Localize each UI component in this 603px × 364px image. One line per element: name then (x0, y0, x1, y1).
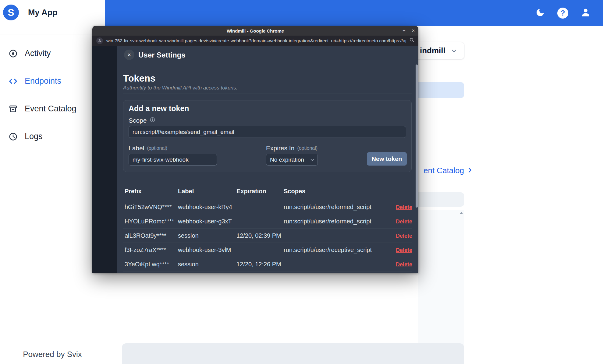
sidebar-header: S My App (0, 0, 105, 34)
token-prefix: aiL3ROat9y**** (123, 232, 176, 239)
token-scopes: run:script/u/user/reformed_script (282, 204, 385, 211)
url-bar: win-752-fix-svix-webhook-win.windmill.pa… (92, 36, 418, 46)
sidebar-nav: Activity Endpoints Event (0, 40, 105, 150)
add-token-card: Add a new token Scope Label (optional) (123, 100, 412, 172)
top-bar: ? (105, 0, 603, 26)
add-token-title: Add a new token (129, 104, 189, 113)
logs-icon (8, 132, 18, 142)
event-catalog-link-label: ent Catalog (424, 166, 464, 175)
sidebar-item-label: Event Catalog (25, 104, 76, 114)
close-modal-button[interactable]: × (124, 50, 134, 60)
token-row: f3FzoZ7raX**** webhook-user-3vlM run:scr… (123, 243, 412, 257)
tokens-section-subtitle: Authentify to the Windmill API with acce… (123, 85, 237, 91)
svix-logo-icon: S (3, 5, 19, 20)
screen: S My App Activity Endpoints (0, 0, 603, 364)
site-settings-icon[interactable] (96, 37, 103, 44)
col-header-prefix: Prefix (123, 188, 176, 195)
delete-token-link[interactable]: Delete (396, 219, 412, 225)
expiration-select[interactable]: No expiration (266, 154, 318, 166)
close-window-button[interactable]: × (412, 28, 415, 33)
zoom-icon[interactable] (409, 37, 414, 44)
info-icon[interactable] (150, 117, 155, 124)
event-catalog-icon (8, 104, 18, 114)
token-prefix: f3FzoZ7raX**** (123, 247, 176, 254)
delete-token-link[interactable]: Delete (396, 204, 412, 210)
delete-token-link[interactable]: Delete (396, 247, 412, 253)
token-expiration: 12/20, 12:26 PM (235, 261, 282, 268)
sidebar-item-endpoints[interactable]: Endpoints (0, 67, 105, 95)
col-header-expiration: Expiration (235, 188, 282, 195)
scroll-up-arrow-icon[interactable] (459, 212, 463, 214)
minimize-button[interactable]: – (393, 28, 396, 33)
activity-icon (8, 49, 18, 58)
window-title: Windmill - Google Chrome (227, 28, 284, 33)
delete-token-link[interactable]: Delete (396, 233, 412, 239)
token-label: session (176, 261, 235, 268)
chrome-window: Windmill - Google Chrome – + × win-752-f… (92, 26, 418, 273)
delete-token-link[interactable]: Delete (396, 261, 412, 268)
token-prefix: HYOLuPRomc**** (123, 218, 176, 225)
modal-title: User Settings (138, 51, 186, 59)
modal-scrollbar[interactable] (416, 65, 418, 208)
scope-label: Scope (129, 117, 155, 124)
label-field-label: Label (optional) (129, 145, 167, 152)
token-scopes: run:script/u/user/reformed_script (282, 218, 385, 225)
help-icon[interactable]: ? (557, 8, 568, 19)
token-prefix: 3YeOiKpLwq**** (123, 261, 176, 268)
divider (117, 64, 418, 64)
user-account-icon[interactable] (580, 7, 591, 19)
background-bottom-panel (122, 343, 464, 364)
code-brackets-icon (8, 76, 18, 86)
table-header-row: Prefix Label Expiration Scopes (123, 183, 412, 200)
label-input[interactable] (129, 154, 217, 166)
modal-user-settings: × User Settings Tokens Authentify to the… (92, 46, 418, 273)
col-header-scopes: Scopes (282, 188, 385, 195)
sidebar-item-label: Endpoints (25, 76, 61, 86)
background-panel (418, 210, 464, 364)
token-label: session (176, 232, 235, 239)
app-title: My App (28, 8, 58, 17)
token-expiration: 12/20, 02:39 PM (235, 232, 282, 239)
scope-input[interactable] (129, 126, 406, 138)
window-titlebar[interactable]: Windmill - Google Chrome – + × (92, 26, 418, 36)
tokens-section-title: Tokens (123, 73, 155, 84)
token-scopes: run:script/u/user/receptive_script (282, 247, 385, 254)
dark-mode-toggle-moon-icon[interactable] (535, 8, 545, 19)
url-text[interactable]: win-752-fix-svix-webhook-win.windmill.pa… (106, 38, 406, 43)
divider (123, 93, 412, 93)
maximize-button[interactable]: + (403, 28, 405, 33)
token-label: webhook-user-g3xT (176, 218, 235, 225)
sidebar-item-logs[interactable]: Logs (0, 123, 105, 150)
sidebar-item-activity[interactable]: Activity (0, 40, 105, 67)
expires-in-label: Expires In (optional) (266, 145, 317, 152)
sidebar-item-label: Activity (25, 49, 51, 58)
token-row: aiL3ROat9y**** session 12/20, 02:39 PM D… (123, 229, 412, 243)
token-label: webhook-user-3vlM (176, 247, 235, 254)
token-row: HYOLuPRomc**** webhook-user-g3xT run:scr… (123, 214, 412, 229)
sidebar-item-event-catalog[interactable]: Event Catalog (0, 95, 105, 123)
sidebar-item-label: Logs (25, 132, 43, 141)
tokens-table: Prefix Label Expiration Scopes hGiT52wVN… (123, 183, 412, 271)
col-header-label: Label (176, 188, 235, 195)
chevron-down-icon (310, 157, 315, 164)
app-background-strip (92, 46, 117, 273)
token-prefix: hGiT52wVNQ**** (123, 204, 176, 211)
sidebar: S My App Activity Endpoints (0, 0, 105, 364)
token-row: hGiT52wVNQ**** webhook-user-kRy4 run:scr… (123, 200, 412, 214)
event-catalog-link[interactable]: ent Catalog (424, 166, 473, 175)
token-row: 3YeOiKpLwq**** session 12/20, 12:26 PM D… (123, 257, 412, 271)
chevron-down-icon (451, 47, 457, 55)
chevron-right-icon (466, 167, 473, 175)
powered-by-svix: Powered by Svix (0, 350, 105, 359)
new-token-button[interactable]: New token (367, 152, 407, 166)
token-label: webhook-user-kRy4 (176, 204, 235, 211)
